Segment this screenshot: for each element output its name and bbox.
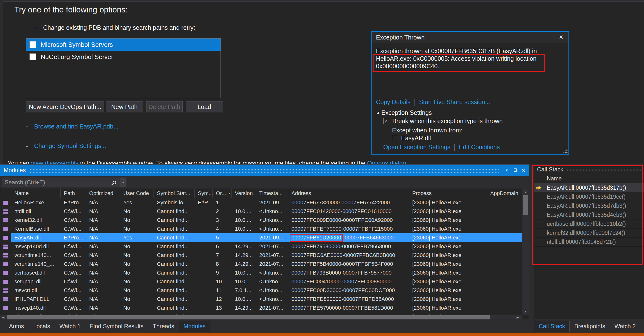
column-header-symbolfile[interactable]: Sym... (195, 188, 213, 198)
call-stack-titlebar[interactable]: Call Stack (534, 165, 644, 174)
column-header-address[interactable]: Address (288, 188, 409, 198)
column-header-order[interactable]: Or...▲ (213, 188, 232, 198)
column-header-name[interactable]: Name (11, 188, 61, 198)
call-stack-frame-row[interactable]: EasyAR.dll!00007ffb635d317b() (534, 183, 644, 192)
module-cell-process: [23060] HelloAR.exe (409, 198, 487, 207)
close-icon[interactable]: × (556, 32, 566, 43)
column-header-usercode[interactable]: User Code (120, 188, 154, 198)
search-icon[interactable] (109, 178, 120, 187)
copy-details-link[interactable]: Copy Details (376, 99, 410, 106)
search-options-chevron-icon[interactable]: ▼ (120, 178, 126, 187)
delete-path-button[interactable]: Delete Path (146, 101, 182, 112)
change-paths-bullet: - Change existing PDB and binary search … (35, 24, 195, 31)
symbol-servers-listbox[interactable]: Microsoft Symbol Servers NuGet.org Symbo… (26, 38, 221, 98)
column-header-frame-name[interactable]: Name (544, 174, 562, 183)
tab-call-stack[interactable]: Call Stack (534, 321, 570, 332)
tab-exc[interactable]: Exc (640, 321, 644, 332)
tab-find-symbol-results[interactable]: Find Symbol Results (85, 321, 148, 332)
module-cell-process: [23060] HelloAR.exe (409, 233, 487, 242)
close-icon[interactable]: × (519, 166, 528, 174)
page-title: Try one of the following options: (14, 5, 128, 15)
edit-conditions-link[interactable]: Edit Conditions (459, 144, 500, 151)
module-cell-usercode: No (120, 312, 154, 315)
exception-message-line: HelloAR.exe: 0xC0000005: Access violatio… (376, 55, 564, 62)
scroll-left-icon[interactable]: ◀ (0, 315, 6, 320)
load-button[interactable]: Load (186, 101, 223, 112)
break-when-thrown-checkbox[interactable]: ✓ (383, 118, 389, 124)
search-input[interactable] (2, 178, 109, 187)
module-glyph-icon (4, 288, 8, 293)
call-stack-frame-row[interactable]: EasyAR.dll!00007ffb635d7db3() (534, 201, 644, 210)
module-icon (0, 295, 11, 303)
new-path-button[interactable]: New Path (106, 101, 143, 112)
tab-watch-1[interactable]: Watch 1 (55, 321, 85, 332)
module-row[interactable]: msvcp140d.dllC:\Wi...N/ANoCannot find...… (0, 242, 522, 251)
tab-locals[interactable]: Locals (28, 321, 54, 332)
module-icon (0, 242, 11, 251)
module-cell-optimized: N/A (86, 198, 120, 207)
tab-watch-2[interactable]: Watch 2 (610, 321, 640, 332)
module-row[interactable]: ucrtbased.dllC:\Wi...N/ANoCannot find...… (0, 268, 522, 277)
module-cell-appdomain (487, 268, 522, 277)
window-position-icon[interactable]: ▼ (503, 166, 511, 174)
module-row[interactable]: msvcrt.dllC:\Wi...N/ANoCannot find...117… (0, 286, 522, 295)
column-header-version[interactable]: Version (232, 188, 256, 198)
call-stack-frame-row[interactable]: ucrtbase.dll!00007ffbfee910b2() (534, 219, 644, 228)
module-row[interactable]: ntdll.dllC:\Wi...N/ANoCannot find...210.… (0, 207, 522, 216)
call-stack-frame-row[interactable]: EasyAR.dll!00007ffb635d19cc() (534, 192, 644, 201)
tab-breakpoints[interactable]: Breakpoints (570, 321, 610, 332)
tab-modules[interactable]: Modules (179, 321, 210, 332)
module-cell-order: 4 (213, 225, 232, 233)
pin-icon[interactable] (511, 166, 519, 174)
module-row[interactable]: EasyAR.dllE:\Pro...N/AYesCannot find...5… (0, 233, 522, 242)
module-cell-timestamp: 2021-07... (256, 303, 288, 312)
symbol-server-item-microsoft[interactable]: Microsoft Symbol Servers (26, 39, 220, 51)
change-symbol-settings-link[interactable]: Change Symbol Settings... (34, 142, 106, 149)
exception-settings-expander[interactable]: Exception Settings (376, 109, 432, 116)
scroll-up-icon[interactable]: ▲ (522, 189, 529, 195)
browse-pdb-link[interactable]: Browse and find EasyAR.pdb... (34, 123, 118, 130)
module-row[interactable]: setupapi.dllC:\Wi...N/ANoCannot find...1… (0, 277, 522, 286)
modules-title: Modules (4, 167, 26, 174)
nuget-symbol-checkbox[interactable] (30, 53, 36, 60)
call-stack-frame-row[interactable]: EasyAR.dll!00007ffb635d4eb3() (534, 210, 644, 219)
modules-vertical-scrollbar[interactable]: ▲ ▼ (522, 188, 529, 315)
except-module-checkbox[interactable] (392, 135, 398, 141)
call-stack-frame-row[interactable]: ntdll.dll!00007ffc0148d721() (534, 237, 644, 246)
module-row[interactable]: IPHLPAPI.DLLC:\Wi...N/ANoCannot find...1… (0, 295, 522, 303)
module-row[interactable]: kernel32.dllC:\Wi...N/ANoCannot find...3… (0, 216, 522, 225)
tab-autos[interactable]: Autos (4, 321, 28, 332)
module-row[interactable]: msvcp140.dllC:\Wi...N/ANoCannot find...1… (0, 303, 522, 312)
column-header-optimized[interactable]: Optimized (86, 188, 120, 198)
modules-titlebar[interactable]: Modules ▼ × (0, 165, 529, 176)
horizontal-scrollbar-thumb[interactable] (7, 315, 490, 319)
module-row[interactable]: vcruntime140...C:\Wi...N/ANoCannot find.… (0, 251, 522, 260)
module-row[interactable]: HelloAR.exeE:\Pro...N/AYesSymbols lo...E… (0, 198, 522, 207)
module-row[interactable]: vcruntime140_...C:\Wi...N/ANoCannot find… (0, 260, 522, 268)
symbol-server-item-nuget[interactable]: NuGet.org Symbol Server (26, 51, 220, 63)
vertical-scrollbar-thumb[interactable] (523, 195, 528, 215)
module-cell-optimized: N/A (86, 251, 120, 260)
scroll-right-icon[interactable]: ▶ (515, 315, 521, 320)
tab-threads[interactable]: Threads (148, 321, 179, 332)
module-cell-version (232, 233, 256, 242)
module-row[interactable]: KernelBase.dllC:\Wi...N/ANoCannot find..… (0, 225, 522, 233)
column-header-symbolstatus[interactable]: Symbol Stat... (154, 188, 195, 198)
modules-horizontal-scrollbar[interactable]: ◀ ▶ (0, 315, 522, 320)
column-header-appdomain[interactable]: AppDomain (487, 188, 522, 198)
column-header-process[interactable]: Process (409, 188, 487, 198)
new-azure-devops-path-button[interactable]: New Azure DevOps Path... (26, 101, 104, 112)
current-frame-arrow-icon (536, 186, 542, 190)
microsoft-symbol-checkbox[interactable] (30, 41, 36, 48)
resize-grip[interactable] (562, 148, 568, 153)
start-live-share-link[interactable]: Start Live Share session... (419, 99, 490, 106)
call-stack-frame-row[interactable]: kernel32.dll!00007ffc009f7c24() (534, 228, 644, 237)
column-header-timestamp[interactable]: Timesta... (256, 188, 288, 198)
scroll-down-icon[interactable]: ▼ (522, 308, 529, 314)
open-exception-settings-link[interactable]: Open Exception Settings (383, 144, 450, 151)
module-row[interactable]: cfgmgr32.dllC:\Wi...N/ANoCannot find...1… (0, 312, 522, 315)
module-cell-appdomain (487, 312, 522, 315)
column-header-path[interactable]: Path (61, 188, 86, 198)
module-cell-usercode: Yes (120, 233, 154, 242)
frame-name: kernel32.dll!00007ffc009f7c24() (544, 228, 625, 237)
